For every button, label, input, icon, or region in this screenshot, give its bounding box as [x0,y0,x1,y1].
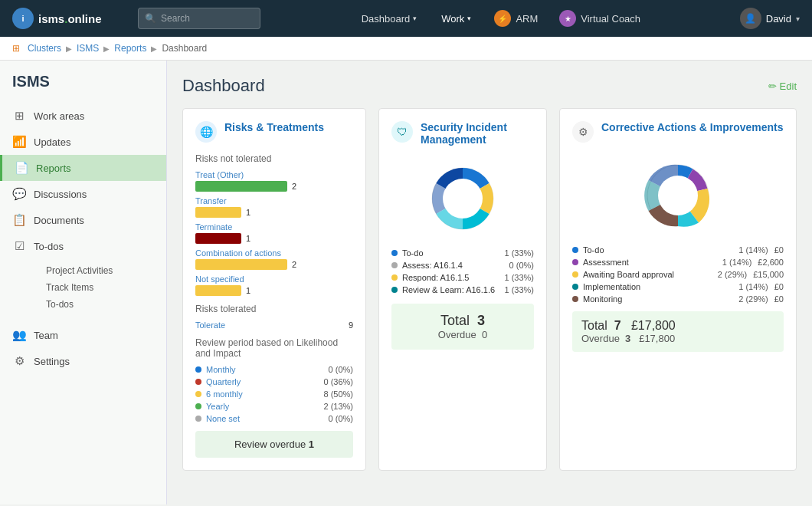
todos-icon: ☑ [12,239,26,253]
sidebar-title: ISMS [0,73,166,103]
cai-monitoring-vals: 2 (29%) £0 [738,294,784,304]
quarterly-val: 0 (36%) [323,377,353,386]
sep2: ▶ [103,44,110,53]
nav-work[interactable]: Work ▾ [431,8,482,29]
review-label: Review period based on Likelihood and Im… [195,337,353,359]
bar-transfer-label: Transfer [195,196,353,205]
user-chevron: ▾ [796,15,800,23]
reports-icon: 📄 [15,161,28,175]
sidebar-label-updates: Updates [34,136,70,148]
review-section: Review period based on Likelihood and Im… [195,337,353,423]
work-label: Work [441,13,464,25]
noneset-dot [195,416,201,422]
sidebar-item-team[interactable]: 👥 Team [0,322,166,348]
legend-review-learn: Review & Learn: A16.1.6 1 (33%) [391,285,534,294]
cai-icon: ⚙ [572,121,594,143]
card-sim-header: 🛡 Security Incident Management [391,121,534,146]
cai-board-dot [572,271,578,278]
cai-impl-cost: £0 [774,282,784,291]
breadcrumb-isms[interactable]: ISMS [77,43,99,54]
breadcrumb-clusters[interactable]: Clusters [28,43,61,54]
legend-review-dot [391,287,398,293]
main-content: Dashboard ✏ Edit 🌐 Risks & Treatments Ri… [167,61,812,504]
sidebar-label-team: Team [34,330,58,341]
monthly-label: Monthly [206,365,236,374]
cai-board-label: Awaiting Board approval [583,270,674,279]
sidebar-item-updates[interactable]: 📶 Updates [0,129,166,155]
breadcrumb-reports[interactable]: Reports [114,43,146,54]
user-area[interactable]: 👤 David ▾ [740,8,800,29]
review-overdue-box: Review overdue 1 [195,431,353,458]
bar-combination-fill [195,259,287,270]
bar-terminate: Terminate 1 [195,222,353,244]
risks-icon: 🌐 [195,121,217,143]
cai-todo-label: To-do [583,245,604,255]
sim-donut-wrap [391,156,534,241]
review-noneset: None set 0 (0%) [195,414,353,423]
not-tolerated-label: Risks not tolerated [195,153,353,164]
sim-total-line: Total 3 [401,313,525,329]
top-navigation: i isms.online 🔍 Dashboard ▾ Work ▾ ⚡ ARM… [0,0,812,37]
sim-donut-chart [421,156,505,241]
cai-donut-chart [636,153,720,238]
bar-transfer-count: 1 [246,208,250,217]
sep3: ▶ [151,44,157,53]
sidebar-sub-track-items[interactable]: Track Items [34,279,166,296]
sidebar-item-todos[interactable]: ☑ To-dos [0,233,166,259]
sep1: ▶ [66,44,72,53]
search-input[interactable] [161,13,253,24]
content-header: Dashboard ✏ Edit [182,76,797,96]
legend-respond-dot [391,274,398,281]
sidebar-item-discussions[interactable]: 💬 Discussions [0,181,166,207]
nav-arm[interactable]: ⚡ ARM [485,7,547,30]
logo[interactable]: i isms.online [12,8,120,29]
vc-icon: ★ [559,10,576,27]
card-risks-treatments: 🌐 Risks & Treatments Risks not tolerated… [182,108,366,471]
grid-icon: ⊞ [12,43,20,54]
legend-todo: To-do 1 (33%) [391,248,534,258]
cai-legend-assessment: Assessment 1 (14%) £2,600 [572,258,784,267]
cai-assessment-label: Assessment [583,258,629,267]
search-box[interactable]: 🔍 [138,8,260,29]
edit-button[interactable]: ✏ Edit [768,80,797,92]
logo-icon: i [12,8,34,29]
sidebar-label-work-areas: Work areas [34,110,84,122]
6monthly-val: 8 (50%) [323,389,353,399]
sidebar-item-documents[interactable]: 📋 Documents [0,207,166,233]
nav-virtual-coach[interactable]: ★ Virtual Coach [550,7,650,30]
sidebar-sub-project-activities[interactable]: Project Activities [34,262,166,279]
legend-assess-val: 0 (0%) [509,261,534,270]
bar-combination-label: Combination of actions [195,248,353,258]
sidebar-item-settings[interactable]: ⚙ Settings [0,348,166,374]
cai-assessment-vals: 1 (14%) £2,600 [722,258,784,267]
sidebar-divider [0,316,166,322]
bar-not-specified-wrap: 1 [195,285,353,296]
cai-legend: To-do 1 (14%) £0 Assessment 1 [572,245,784,304]
bar-transfer-fill [195,207,241,218]
sim-donut-hole [443,179,483,219]
bar-not-specified-label: Not specified [195,274,353,284]
home-chevron: ▾ [413,15,417,22]
avatar: 👤 [740,8,761,29]
bar-combination-count: 2 [292,260,296,269]
nav-home[interactable]: Dashboard ▾ [351,8,428,29]
bar-not-specified: Not specified 1 [195,274,353,296]
sidebar-item-reports[interactable]: 📄 Reports [0,155,166,181]
6monthly-dot [195,391,201,397]
monthly-dot [195,366,201,373]
bar-terminate-fill [195,233,241,244]
sidebar-sub-todos-item[interactable]: To-dos [34,296,166,313]
cai-impl-label: Implementation [583,282,640,291]
cai-monitoring-cost: £0 [774,294,784,304]
tolerate-link[interactable]: Tolerate [195,320,225,330]
cai-donut-hole [658,176,698,215]
sidebar-item-work-areas[interactable]: ⊞ Work areas [0,103,166,129]
legend-todo-dot [391,250,398,256]
noneset-label: None set [206,414,240,423]
settings-icon: ⚙ [12,354,26,368]
yearly-val: 2 (13%) [323,402,353,411]
cai-legend-todo: To-do 1 (14%) £0 [572,245,784,255]
legend-assess-label: Assess: A16.1.4 [402,261,463,270]
legend-respond: Respond: A16.1.5 1 (33%) [391,273,534,282]
cai-todo-dot [572,247,578,253]
